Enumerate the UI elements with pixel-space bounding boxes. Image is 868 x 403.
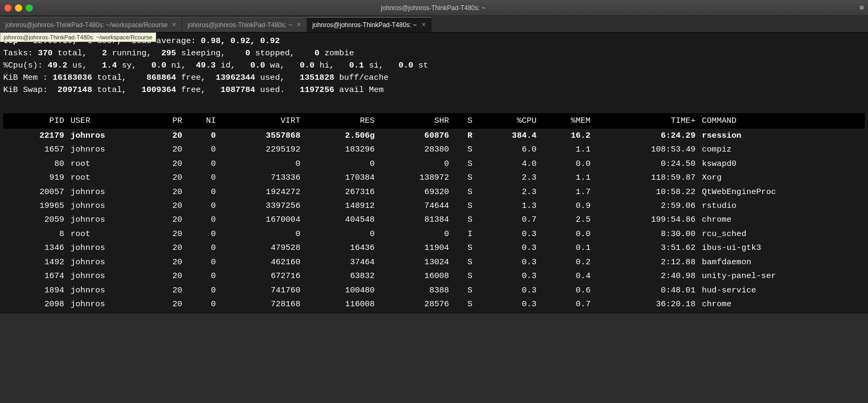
cell-user: root xyxy=(67,171,152,184)
cell-pr: 20 xyxy=(152,142,185,156)
cell-virt: 2295192 xyxy=(219,142,303,156)
cell-virt: 741760 xyxy=(219,283,303,297)
cell-pid: 1346 xyxy=(3,241,67,255)
cell-s: S xyxy=(452,157,475,171)
window-controls[interactable] xyxy=(4,4,33,12)
cell-res: 37464 xyxy=(303,255,378,269)
cell-pid: 2059 xyxy=(3,213,67,226)
cell-res: 0 xyxy=(303,227,378,241)
col-command: COMMAND xyxy=(699,113,865,128)
cell-time: 2:59.06 xyxy=(594,199,699,213)
cell-shr: 69320 xyxy=(378,185,452,199)
tab-2-label: johnros@johnros-ThinkPad-T480s: ~ xyxy=(312,21,417,29)
cell-res: 267316 xyxy=(303,185,378,199)
cell-ni: 0 xyxy=(185,227,219,241)
cell-mem: 16.2 xyxy=(540,129,594,142)
cell-user: johnros xyxy=(67,241,152,255)
cell-pr: 20 xyxy=(152,241,185,255)
cell-virt: 0 xyxy=(219,227,303,241)
cell-s: S xyxy=(452,213,475,226)
tab-1-label: johnros@johnros-ThinkPad-T480s: ~ xyxy=(188,21,292,29)
cell-pid: 20057 xyxy=(3,185,67,199)
table-row: 1657johnros200229519218329628380S6.01.11… xyxy=(3,142,865,156)
expand-icon[interactable]: ⊞ xyxy=(860,4,864,12)
cell-pr: 20 xyxy=(152,227,185,241)
cell-shr: 28380 xyxy=(378,142,452,156)
tab-1-close[interactable]: ✕ xyxy=(296,21,301,28)
table-row: 20057johnros200192427226731669320S2.31.7… xyxy=(3,185,865,199)
top-line-4: KiB Swap: 2097148 total, 1009364 free, 1… xyxy=(3,84,865,96)
cell-time: 2:12.88 xyxy=(594,255,699,269)
col-shr: SHR xyxy=(378,113,452,128)
cell-s: S xyxy=(452,142,475,156)
cell-pr: 20 xyxy=(152,269,185,283)
cell-user: johnros xyxy=(67,297,152,311)
cell-shr: 60876 xyxy=(378,129,452,142)
cell-shr: 16008 xyxy=(378,269,452,283)
cell-user: johnros xyxy=(67,213,152,226)
cell-res: 2.506g xyxy=(303,129,378,142)
cell-cmd: hud-service xyxy=(699,283,865,297)
tab-0[interactable]: johnros@johnros-ThinkPad-T480s: ~/worksp… xyxy=(0,17,182,32)
cell-shr: 13024 xyxy=(378,255,452,269)
minimize-button[interactable] xyxy=(15,4,22,12)
close-button[interactable] xyxy=(4,4,12,12)
cell-shr: 74644 xyxy=(378,199,452,213)
cell-mem: 1.1 xyxy=(540,171,594,184)
table-row: 80root200000S4.00.00:24.50kswapd0 xyxy=(3,157,865,171)
cell-ni: 0 xyxy=(185,171,219,184)
table-row: 8root200000I0.30.08:30.00rcu_sched xyxy=(3,227,865,241)
cell-cpu: 1.3 xyxy=(475,199,540,213)
cell-pid: 8 xyxy=(3,227,67,241)
cell-pid: 2098 xyxy=(3,297,67,311)
maximize-button[interactable] xyxy=(25,4,33,12)
cell-s: S xyxy=(452,241,475,255)
cell-s: S xyxy=(452,171,475,184)
cell-cpu: 0.3 xyxy=(475,255,540,269)
cell-mem: 0.7 xyxy=(540,297,594,311)
cell-cmd: ibus-ui-gtk3 xyxy=(699,241,865,255)
col-mem: %MEM xyxy=(540,113,594,128)
cell-ni: 0 xyxy=(185,213,219,226)
cell-s: I xyxy=(452,227,475,241)
tab-2[interactable]: johnros@johnros-ThinkPad-T480s: ~ ✕ xyxy=(307,17,432,32)
cell-time: 0:24.50 xyxy=(594,157,699,171)
cell-virt: 672716 xyxy=(219,269,303,283)
top-line-2: %Cpu(s): 49.2 us, 1.4 sy, 0.0 ni, 49.3 i… xyxy=(3,60,865,72)
cell-pr: 20 xyxy=(152,255,185,269)
top-line-1: Tasks: 370 total, 2 running, 295 sleepin… xyxy=(3,47,865,60)
cell-ni: 0 xyxy=(185,241,219,255)
cell-virt: 3557868 xyxy=(219,129,303,142)
cell-s: S xyxy=(452,255,475,269)
table-row: 1674johnros2006727166383216008S0.30.42:4… xyxy=(3,269,865,283)
cell-user: root xyxy=(67,227,152,241)
cell-pr: 20 xyxy=(152,157,185,171)
cell-cmd: unity-panel-ser xyxy=(699,269,865,283)
cell-time: 108:53.49 xyxy=(594,142,699,156)
cell-ni: 0 xyxy=(185,157,219,171)
col-pr: PR xyxy=(152,113,185,128)
cell-pr: 20 xyxy=(152,185,185,199)
window-title: johnros@johnros-ThinkPad-T480s: ~ xyxy=(38,4,828,12)
cell-res: 63832 xyxy=(303,269,378,283)
cell-shr: 28576 xyxy=(378,297,452,311)
cell-cmd: rsession xyxy=(699,129,865,142)
tab-2-close[interactable]: ✕ xyxy=(421,21,426,28)
cell-s: S xyxy=(452,269,475,283)
cell-s: R xyxy=(452,129,475,142)
cell-mem: 0.0 xyxy=(540,227,594,241)
cell-virt: 479528 xyxy=(219,241,303,255)
cell-res: 100480 xyxy=(303,283,378,297)
cell-cmd: rstudio xyxy=(699,199,865,213)
cell-cpu: 6.0 xyxy=(475,142,540,156)
cell-ni: 0 xyxy=(185,199,219,213)
col-ni: NI xyxy=(185,113,219,128)
cell-cmd: chrome xyxy=(699,297,865,311)
cell-shr: 81384 xyxy=(378,213,452,226)
cell-cmd: QtWebEngineProc xyxy=(699,185,865,199)
cell-cpu: 2.3 xyxy=(475,171,540,184)
cell-time: 6:24.29 xyxy=(594,129,699,142)
tab-0-close[interactable]: ✕ xyxy=(172,21,176,28)
cell-time: 199:54.86 xyxy=(594,213,699,226)
tab-1[interactable]: johnros@johnros-ThinkPad-T480s: ~ ✕ xyxy=(182,17,307,32)
